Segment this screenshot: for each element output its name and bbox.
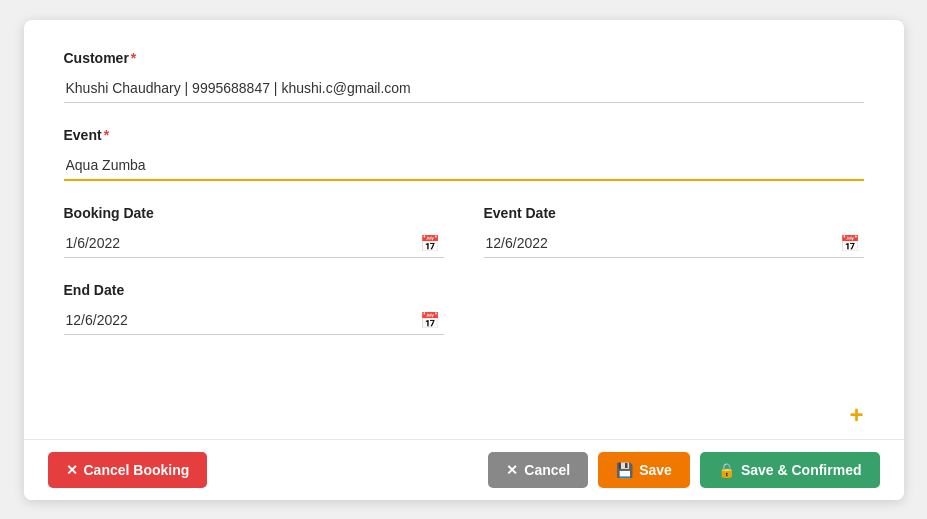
customer-label: Customer* [64, 50, 864, 66]
event-input[interactable] [64, 151, 864, 181]
cancel-button[interactable]: ✕ Cancel [488, 452, 588, 488]
event-date-input[interactable] [484, 229, 864, 258]
event-date-label: Event Date [484, 205, 864, 221]
footer-right: ✕ Cancel 💾 Save 🔒 Save & Confirmed [488, 452, 879, 488]
cancel-x-icon: ✕ [506, 462, 518, 478]
event-group: Event* [64, 127, 864, 181]
booking-date-calendar-icon[interactable]: 📅 [420, 234, 440, 253]
booking-dialog: Customer* Event* Booking Date 📅 Event Da… [24, 20, 904, 500]
end-date-group: End Date 📅 [64, 282, 444, 335]
customer-group: Customer* [64, 50, 864, 103]
save-button[interactable]: 💾 Save [598, 452, 690, 488]
event-date-input-wrapper: 📅 [484, 229, 864, 258]
dialog-body: Customer* Event* Booking Date 📅 Event Da… [24, 20, 904, 391]
booking-date-input[interactable] [64, 229, 444, 258]
customer-input[interactable] [64, 74, 864, 103]
event-date-group: Event Date 📅 [484, 205, 864, 258]
save-confirmed-button[interactable]: 🔒 Save & Confirmed [700, 452, 880, 488]
event-label: Event* [64, 127, 864, 143]
booking-date-group: Booking Date 📅 [64, 205, 444, 258]
dialog-footer: ✕ Cancel Booking ✕ Cancel 💾 Save 🔒 Save … [24, 439, 904, 500]
cancel-booking-x-icon: ✕ [66, 462, 78, 478]
end-date-input[interactable] [64, 306, 444, 335]
booking-date-input-wrapper: 📅 [64, 229, 444, 258]
event-date-calendar-icon[interactable]: 📅 [840, 234, 860, 253]
add-button[interactable]: + [849, 401, 863, 429]
save-icon: 💾 [616, 462, 633, 478]
booking-date-label: Booking Date [64, 205, 444, 221]
plus-btn-row: + [24, 391, 904, 439]
end-date-label: End Date [64, 282, 444, 298]
cancel-booking-button[interactable]: ✕ Cancel Booking [48, 452, 208, 488]
dates-row: Booking Date 📅 Event Date 📅 [64, 205, 864, 282]
save-confirmed-lock-icon: 🔒 [718, 462, 735, 478]
footer-left: ✕ Cancel Booking [48, 452, 208, 488]
end-date-calendar-icon[interactable]: 📅 [420, 311, 440, 330]
end-date-input-wrapper: 📅 [64, 306, 444, 335]
